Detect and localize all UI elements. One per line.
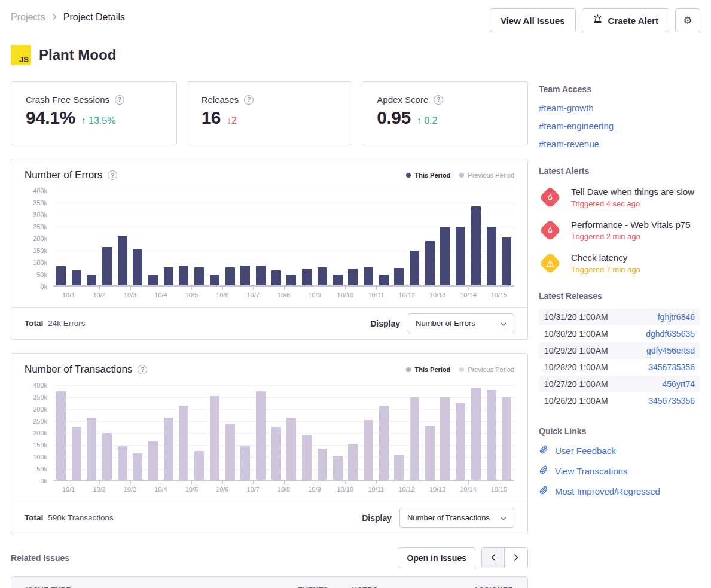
chart-bar[interactable]	[225, 267, 235, 285]
help-icon[interactable]: ?	[434, 95, 443, 105]
chart-bar[interactable]	[148, 441, 158, 480]
chart-bar[interactable]	[410, 251, 419, 285]
help-icon[interactable]: ?	[108, 170, 117, 180]
legend-item[interactable]: Previous Period	[459, 172, 514, 179]
next-page-button[interactable]	[505, 548, 527, 568]
chart-bar[interactable]	[240, 266, 250, 285]
chart-bar[interactable]	[148, 275, 158, 285]
release-version-link[interactable]: 456yrt74	[663, 379, 695, 389]
legend-item[interactable]: Previous Period	[459, 366, 514, 373]
quick-link[interactable]: View Transcations	[539, 465, 700, 477]
release-version-link[interactable]: gdfy456ertsd	[646, 346, 695, 355]
chart-bar[interactable]	[210, 275, 219, 285]
chart-bar[interactable]	[164, 267, 173, 285]
chart-bar[interactable]	[210, 396, 219, 480]
chart-bar[interactable]	[286, 418, 296, 480]
quick-link[interactable]: Most Improved/Regressed	[539, 486, 700, 497]
chart-bar[interactable]	[256, 266, 266, 285]
y-axis-tick-label: 350k	[33, 394, 47, 401]
bar-group	[53, 391, 84, 480]
chart-bar[interactable]	[271, 427, 281, 480]
chart-bar[interactable]	[225, 424, 235, 480]
chart-bar[interactable]	[87, 418, 96, 480]
chart-bar[interactable]	[72, 270, 81, 285]
x-axis-tick-label: 10/7	[237, 287, 268, 298]
chart-bar[interactable]	[471, 206, 481, 285]
team-link[interactable]: #team-growth	[539, 103, 700, 113]
create-alert-button[interactable]: Craete Alert	[582, 8, 669, 32]
chart-bar[interactable]	[456, 227, 465, 285]
chart-bar[interactable]	[179, 406, 188, 480]
breadcrumb-projects-link[interactable]: Projects	[11, 12, 45, 23]
quick-link[interactable]: User Feedback	[539, 445, 700, 456]
bar-group	[391, 397, 422, 480]
release-version-link[interactable]: 3456735356	[648, 362, 695, 372]
chart-bar[interactable]	[333, 275, 343, 285]
team-link[interactable]: #team-engineering	[539, 121, 700, 131]
chart-bar[interactable]	[102, 433, 112, 480]
legend-item[interactable]: This Period	[406, 366, 450, 373]
alert-item[interactable]: Tell Dave when things are slowTriggered …	[539, 187, 700, 208]
chart-bar[interactable]	[240, 446, 250, 480]
team-link[interactable]: #team-revenue	[539, 139, 700, 149]
chart-bar[interactable]	[56, 266, 66, 285]
release-version-link[interactable]: 3456735356	[648, 396, 695, 406]
chart-bar[interactable]	[271, 270, 281, 285]
chart-bar[interactable]	[394, 455, 404, 480]
chart-bar[interactable]	[102, 247, 112, 285]
chart-bar[interactable]	[302, 435, 312, 480]
chart-bar[interactable]	[440, 227, 450, 285]
chart-bar[interactable]	[502, 237, 511, 285]
display-select[interactable]: Number of Errors	[408, 313, 514, 333]
chart-bar[interactable]	[425, 426, 435, 480]
chart-bar[interactable]	[502, 397, 511, 480]
chart-bar[interactable]	[348, 444, 358, 480]
chart-bar[interactable]	[118, 446, 127, 480]
chart-bar[interactable]	[286, 275, 296, 285]
view-all-issues-button[interactable]: View All Issues	[490, 8, 576, 32]
chart-bar[interactable]	[318, 267, 327, 285]
release-version-link[interactable]: dghdf635635	[646, 329, 695, 339]
x-axis-tick-label: 10/7	[237, 481, 268, 493]
x-axis-tick-label: 10/14	[453, 481, 483, 493]
chart-bar[interactable]	[487, 227, 496, 285]
chart-bar[interactable]	[379, 406, 389, 480]
chart-bar[interactable]	[164, 418, 173, 480]
chart-bar[interactable]	[394, 268, 404, 285]
chart-bar[interactable]	[133, 453, 142, 480]
chart-bar[interactable]	[440, 397, 450, 480]
chart-bar[interactable]	[379, 275, 389, 285]
chart-bar[interactable]	[87, 275, 96, 285]
chart-bar[interactable]	[318, 449, 327, 480]
chart-bar[interactable]	[133, 249, 142, 285]
alert-item[interactable]: Performance - Web Vitals p75Triggered 2 …	[539, 220, 700, 241]
legend-item[interactable]: This Period	[406, 172, 450, 179]
help-icon[interactable]: ?	[244, 95, 254, 105]
chart-bar[interactable]	[256, 391, 266, 480]
chart-bar[interactable]	[364, 420, 373, 480]
open-in-issues-button[interactable]: Open in Issues	[398, 547, 475, 568]
alert-item[interactable]: Check latencyTriggered 7 min ago	[539, 252, 700, 274]
chart-bar[interactable]	[118, 236, 127, 285]
help-icon[interactable]: ?	[138, 365, 147, 374]
project-settings-button[interactable]: ⚙	[675, 8, 700, 32]
chart-bar[interactable]	[56, 391, 66, 480]
chart-bar[interactable]	[333, 456, 343, 480]
chart-bar[interactable]	[456, 403, 465, 480]
chart-bar[interactable]	[194, 451, 204, 480]
chart-bar[interactable]	[72, 427, 81, 480]
chart-bar[interactable]	[364, 267, 373, 285]
chart-bar[interactable]	[410, 397, 419, 480]
chart-bar[interactable]	[348, 269, 358, 285]
previous-page-button[interactable]	[482, 548, 505, 568]
chart-bar[interactable]	[179, 266, 188, 285]
chart-bar[interactable]	[194, 267, 204, 285]
chart-bar[interactable]	[425, 241, 435, 285]
help-icon[interactable]: ?	[115, 95, 124, 105]
chart-bar[interactable]	[487, 390, 496, 480]
chart-bar[interactable]	[471, 388, 481, 480]
bar-group	[176, 266, 207, 285]
display-select[interactable]: Number of Transactions	[399, 508, 514, 528]
release-version-link[interactable]: fghjtr6846	[658, 312, 695, 322]
chart-bar[interactable]	[302, 269, 312, 285]
